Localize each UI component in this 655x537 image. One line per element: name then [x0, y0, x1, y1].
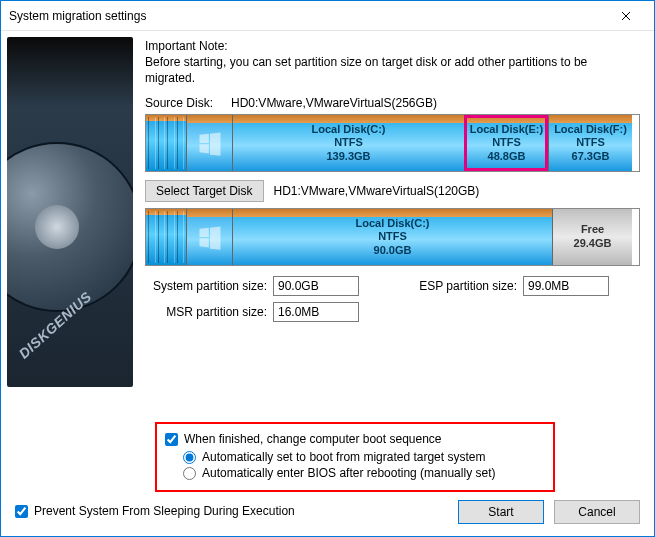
note-heading: Important Note:	[145, 39, 640, 53]
cancel-button[interactable]: Cancel	[554, 500, 640, 524]
windows-logo-icon	[196, 129, 224, 157]
reserved-stripes	[146, 209, 186, 265]
sidebar: DISKGENIUS	[1, 31, 133, 488]
esp-size-label: ESP partition size:	[411, 279, 523, 293]
select-target-disk-button[interactable]: Select Target Disk	[145, 180, 264, 202]
prevent-sleep-checkbox[interactable]	[15, 505, 28, 518]
disk-platter-icon	[7, 142, 133, 312]
note-body: Before starting, you can set partition s…	[145, 55, 640, 86]
partition-block[interactable]: Local Disk(C:)NTFS90.0GB	[232, 209, 552, 265]
source-disk-bar: Local Disk(C:)NTFS139.3GBLocal Disk(E:)N…	[145, 114, 640, 172]
reserved-stripes	[146, 115, 186, 171]
target-disk-bar: Local Disk(C:)NTFS90.0GBFree29.4GB	[145, 208, 640, 266]
free-space-block[interactable]: Free29.4GB	[552, 209, 632, 265]
boot-options-group: When finished, change computer boot sequ…	[155, 422, 555, 492]
titlebar: System migration settings	[1, 1, 654, 31]
source-disk-desc: HD0:VMware,VMwareVirtualS(256GB)	[231, 96, 437, 110]
msr-size-input[interactable]	[273, 302, 359, 322]
window-title: System migration settings	[9, 9, 606, 23]
enter-bios-radio[interactable]	[183, 467, 196, 480]
system-size-input[interactable]	[273, 276, 359, 296]
close-icon	[621, 11, 631, 21]
prevent-sleep-label: Prevent System From Sleeping During Exec…	[34, 504, 295, 518]
change-boot-sequence-checkbox[interactable]	[165, 433, 178, 446]
target-disk-desc: HD1:VMware,VMwareVirtualS(120GB)	[274, 184, 480, 198]
source-disk-label: Source Disk:	[145, 96, 213, 110]
partition-block[interactable]: Local Disk(E:)NTFS48.8GB	[464, 115, 548, 171]
enter-bios-label: Automatically enter BIOS after rebooting…	[202, 466, 495, 480]
windows-logo-icon	[196, 223, 224, 251]
brand-image: DISKGENIUS	[7, 37, 133, 387]
msr-size-label: MSR partition size:	[145, 305, 273, 319]
change-boot-sequence-label: When finished, change computer boot sequ…	[184, 432, 442, 446]
partition-block[interactable]: Local Disk(C:)NTFS139.3GB	[232, 115, 464, 171]
partition-block[interactable]: Local Disk(F:)NTFS67.3GB	[548, 115, 632, 171]
system-partition-icon	[186, 115, 232, 171]
start-button[interactable]: Start	[458, 500, 544, 524]
system-partition-icon	[186, 209, 232, 265]
auto-boot-label: Automatically set to boot from migrated …	[202, 450, 485, 464]
auto-boot-radio[interactable]	[183, 451, 196, 464]
close-button[interactable]	[606, 2, 646, 30]
system-size-label: System partition size:	[145, 279, 273, 293]
esp-size-input[interactable]	[523, 276, 609, 296]
